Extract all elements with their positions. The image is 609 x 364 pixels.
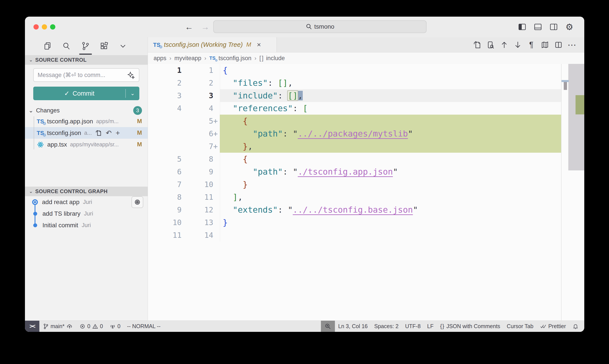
commit-row[interactable]: add TS library Juri xyxy=(25,208,148,220)
toggle-whitespace-icon[interactable]: ¶ xyxy=(527,40,536,50)
code-line-content[interactable]: { xyxy=(220,153,561,165)
eol-item[interactable]: LF xyxy=(424,321,437,332)
minimize-window-button[interactable] xyxy=(42,24,47,29)
code-line[interactable]: 33 "include": [], xyxy=(148,89,584,102)
code-line[interactable]: 811 ], xyxy=(148,191,584,203)
ports-status-item[interactable]: 0 xyxy=(106,321,124,332)
code-line[interactable]: 710 } xyxy=(148,178,584,191)
goto-current-history-item-button[interactable] xyxy=(131,196,143,208)
maximize-window-button[interactable] xyxy=(50,24,55,29)
code-token: " xyxy=(408,129,413,139)
discard-changes-icon[interactable]: ↶ xyxy=(106,129,112,137)
code-line-content[interactable]: "path": "./tsconfig.app.json" xyxy=(220,165,561,178)
gutter-spacer xyxy=(213,102,220,115)
command-center-search[interactable]: tsmono xyxy=(213,20,427,33)
code-token: "references" xyxy=(233,104,293,113)
code-line-content[interactable]: "files": [], xyxy=(220,77,561,89)
gutter-modified-line-number: 14 xyxy=(181,229,213,242)
overview-ruler[interactable] xyxy=(561,64,584,321)
encoding-item[interactable]: UTF-8 xyxy=(402,321,424,332)
code-line[interactable]: 58 { xyxy=(148,153,584,165)
navigate-forward-button[interactable]: → xyxy=(201,21,209,32)
extensions-icon[interactable] xyxy=(99,39,109,53)
tab-close-icon[interactable]: × xyxy=(257,41,261,49)
views-chevron-icon[interactable] xyxy=(118,39,128,53)
code-line-content[interactable]: { xyxy=(220,64,561,77)
code-line-content[interactable]: "include": [], xyxy=(220,89,561,102)
language-mode-item[interactable]: {} JSON with Comments xyxy=(437,321,504,332)
cursor-position-item[interactable]: Ln 3, Col 16 xyxy=(335,321,371,332)
more-actions-icon[interactable]: ⋯ xyxy=(567,40,577,50)
breadcrumb-item[interactable]: apps xyxy=(154,55,167,62)
close-window-button[interactable] xyxy=(33,24,39,29)
collapse-chevron-icon: ⌄ xyxy=(29,57,33,63)
code-line-content[interactable]: } xyxy=(220,178,561,191)
map-icon[interactable] xyxy=(540,40,550,50)
vim-mode-indicator[interactable]: -- NORMAL -- xyxy=(124,321,164,332)
indentation-item[interactable]: Spaces: 2 xyxy=(371,321,402,332)
code-line-content[interactable]: "path": "../../packages/mytslib" xyxy=(220,127,561,140)
code-line[interactable]: 5+ { xyxy=(148,115,584,127)
next-change-icon[interactable] xyxy=(513,40,523,50)
commit-dropdown-button[interactable]: ⌄ xyxy=(126,90,139,96)
code-line-content[interactable] xyxy=(220,229,561,242)
open-file-icon[interactable] xyxy=(472,40,482,50)
code-token: , xyxy=(238,192,243,202)
scrollbar-slider[interactable] xyxy=(568,64,584,170)
settings-gear-icon[interactable]: ⚙ xyxy=(564,22,574,32)
code-line[interactable]: 7+ }, xyxy=(148,140,584,153)
zoom-indicator[interactable] xyxy=(321,321,335,332)
explorer-icon[interactable] xyxy=(43,39,52,53)
source-control-view-icon[interactable] xyxy=(80,39,90,53)
toggle-panel-button[interactable] xyxy=(533,22,543,32)
gutter-spacer xyxy=(213,89,220,102)
commit-row[interactable]: add react app Juri xyxy=(25,196,148,208)
notifications-bell[interactable] xyxy=(569,321,584,332)
source-control-graph-header[interactable]: ⌄ SOURCE CONTROL GRAPH xyxy=(25,187,148,196)
tab-tsconfig-working-tree[interactable]: TS⚙ tsconfig.json (Working Tree) M × xyxy=(148,37,277,52)
cursor-tab-item[interactable]: Cursor Tab xyxy=(504,321,537,332)
code-line[interactable]: 69 "path": "./tsconfig.app.json" xyxy=(148,165,584,178)
source-control-section-header[interactable]: ⌄ SOURCE CONTROL xyxy=(25,55,148,65)
code-line-content[interactable]: }, xyxy=(220,140,561,153)
sparkle-icon[interactable] xyxy=(127,71,135,79)
code-line[interactable]: 11{ xyxy=(148,64,584,77)
navigate-back-button[interactable]: ← xyxy=(185,21,193,32)
inline-diff-view-icon[interactable] xyxy=(486,40,495,50)
array-symbol-icon: [ ] xyxy=(259,55,263,62)
commit-button[interactable]: ✓ Commit ⌄ xyxy=(33,87,139,100)
open-file-icon[interactable] xyxy=(95,130,102,136)
toggle-secondary-sidebar-button[interactable] xyxy=(549,22,559,32)
code-line[interactable]: 6+ "path": "../../packages/mytslib" xyxy=(148,127,584,140)
code-line[interactable]: 912 "extends": "../../tsconfig.base.json… xyxy=(148,203,584,216)
code-line-content[interactable]: ], xyxy=(220,191,561,203)
code-line[interactable]: 1013} xyxy=(148,216,584,229)
code-line-content[interactable]: "references": [ xyxy=(220,102,561,115)
code-line-content[interactable]: "extends": "../../tsconfig.base.json" xyxy=(220,203,561,216)
changed-file-row[interactable]: TS⚙ tsconfig.app.json apps/m... M xyxy=(25,116,148,127)
branch-status-item[interactable]: main* xyxy=(39,321,76,332)
code-line-content[interactable]: } xyxy=(220,216,561,229)
code-line[interactable]: 44 "references": [ xyxy=(148,102,584,115)
code-line[interactable]: 1114 xyxy=(148,229,584,242)
code-line[interactable]: 22 "files": [], xyxy=(148,77,584,89)
breadcrumb-item[interactable]: tsconfig.json xyxy=(219,55,251,62)
commit-message-input[interactable]: Message (⌘⏎ to comm... xyxy=(33,68,139,82)
toggle-primary-sidebar-button[interactable] xyxy=(517,22,527,32)
changed-file-row-selected[interactable]: TS⚙ tsconfig.json a... ↶ + M xyxy=(25,127,148,139)
formatter-item[interactable]: Prettier xyxy=(537,321,569,332)
breadcrumb-item[interactable]: include xyxy=(266,55,285,62)
split-editor-icon[interactable] xyxy=(554,40,563,50)
breadcrumb-item[interactable]: myviteapp xyxy=(174,55,201,62)
changed-file-row[interactable]: app.tsx apps/myviteapp/sr... M xyxy=(25,139,148,150)
diff-editor[interactable]: 11{22 "files": [],33 "include": [],44 "r… xyxy=(148,64,584,321)
code-token: [] xyxy=(278,78,288,88)
commit-row[interactable]: Initial commit Juri xyxy=(25,220,148,231)
changes-section-header[interactable]: ⌄ Changes 3 xyxy=(25,105,148,116)
stage-changes-icon[interactable]: + xyxy=(116,129,120,137)
code-line-content[interactable]: { xyxy=(220,115,561,127)
previous-change-icon[interactable] xyxy=(499,40,509,50)
search-view-icon[interactable] xyxy=(62,39,71,53)
remote-indicator[interactable]: >< xyxy=(25,321,39,332)
problems-status-item[interactable]: 0 0 xyxy=(76,321,106,332)
